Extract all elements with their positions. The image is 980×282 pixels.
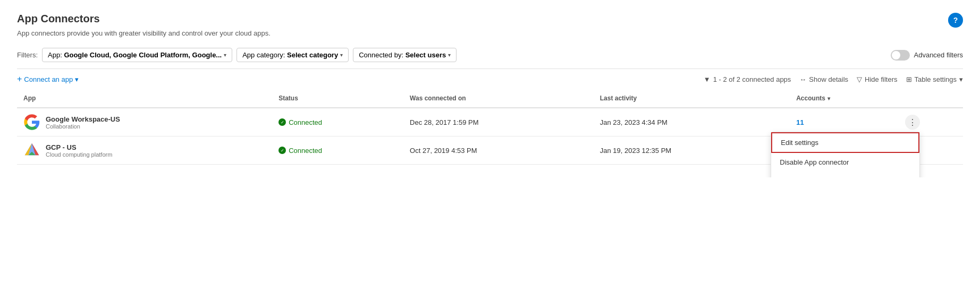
- status-dot-1: [278, 118, 286, 126]
- app-filter-label: App: Google Cloud, Google Cloud Platform…: [48, 51, 222, 59]
- toolbar-right: ▼ 1 - 2 of 2 connected apps ↔ Show detai…: [704, 75, 963, 83]
- connected-on-1: Dec 28, 2017 1:59 PM: [403, 108, 594, 136]
- toolbar-row: + Connect an app ▾ ▼ 1 - 2 of 2 connecte…: [17, 69, 963, 89]
- app-connectors-table: App Status Was connected on Last activit…: [17, 89, 963, 165]
- status-cell-2: Connected: [272, 136, 403, 165]
- app-filter-chevron-icon: ▾: [224, 52, 226, 58]
- context-menu-wrapper: ⋮ Edit settings Disable App connector Ed…: [905, 115, 920, 130]
- table-settings-chevron-icon: ▾: [959, 75, 963, 83]
- page-container: App Connectors App connectors provide yo…: [0, 0, 980, 177]
- filters-left: Filters: App: Google Cloud, Google Cloud…: [17, 48, 457, 62]
- connected-on-2: Oct 27, 2019 4:53 PM: [403, 136, 594, 165]
- count-label: ▼ 1 - 2 of 2 connected apps: [704, 75, 791, 83]
- status-cell-1: Connected: [272, 108, 403, 136]
- category-filter-label: App category: Select category: [242, 51, 338, 59]
- show-details-icon: ↔: [799, 75, 806, 83]
- context-menu-item-disable[interactable]: Disable App connector: [771, 153, 919, 172]
- context-menu-item-edit-instance[interactable]: Edit instance name: [771, 172, 919, 177]
- table-row: Google Workspace-US Collaboration Connec…: [17, 108, 963, 136]
- more-btn-1[interactable]: ⋮: [905, 115, 920, 130]
- google-workspace-icon: [23, 114, 40, 131]
- connect-btn-label: Connect an app: [24, 75, 73, 83]
- accounts-link-1[interactable]: 11: [796, 118, 804, 126]
- table-settings-icon: ⊞: [906, 75, 912, 83]
- page-subtitle: App connectors provide you with greater …: [17, 29, 271, 37]
- connect-app-button[interactable]: + Connect an app ▾: [17, 74, 79, 84]
- last-activity-2: Jan 19, 2023 12:35 PM: [594, 136, 790, 165]
- advanced-filters-label: Advanced filters: [914, 51, 964, 59]
- advanced-filters-toggle[interactable]: [891, 50, 910, 61]
- table-header-row: App Status Was connected on Last activit…: [17, 89, 963, 108]
- last-activity-1: Jan 23, 2023 4:34 PM: [594, 108, 790, 136]
- app-filter-value: Google Cloud, Google Cloud Platform, Goo…: [64, 51, 222, 59]
- status-label-1: Connected: [289, 118, 322, 126]
- col-last-activity: Last activity: [594, 89, 790, 108]
- col-status: Status: [272, 89, 403, 108]
- app-name-2: GCP - US: [46, 143, 112, 151]
- hide-filters-icon: ▽: [857, 75, 862, 83]
- col-accounts: Accounts ▾: [790, 89, 898, 108]
- category-filter-chevron-icon: ▾: [340, 52, 343, 58]
- table-settings-btn[interactable]: ⊞ Table settings ▾: [906, 75, 964, 83]
- actions-cell-1: ⋮ Edit settings Disable App connector Ed…: [899, 108, 963, 136]
- status-label-2: Connected: [289, 147, 322, 155]
- col-app: App: [17, 89, 272, 108]
- filters-row: Filters: App: Google Cloud, Google Cloud…: [17, 48, 963, 62]
- app-cell-2: GCP - US Cloud computing platform: [17, 136, 272, 165]
- plus-icon: +: [17, 74, 22, 84]
- col-actions: [899, 89, 963, 108]
- app-sub-2: Cloud computing platform: [46, 151, 112, 158]
- connected-by-filter-label: Connected by: Select users: [359, 51, 446, 59]
- category-filter-btn[interactable]: App category: Select category ▾: [236, 48, 349, 62]
- filters-label: Filters:: [17, 51, 38, 59]
- hide-filters-btn[interactable]: ▽ Hide filters: [857, 75, 897, 83]
- context-menu-item-edit-settings[interactable]: Edit settings: [771, 132, 919, 153]
- connect-btn-chevron-icon: ▾: [75, 75, 79, 83]
- col-connected-on: Was connected on: [403, 89, 594, 108]
- connected-by-chevron-icon: ▾: [448, 52, 451, 58]
- status-dot-2: [278, 147, 286, 154]
- filter-icon: ▼: [704, 75, 711, 83]
- show-details-btn[interactable]: ↔ Show details: [799, 75, 848, 83]
- help-icon: ?: [953, 16, 958, 24]
- app-cell-1: Google Workspace-US Collaboration: [17, 108, 272, 136]
- category-filter-value: Select category: [287, 51, 338, 59]
- page-title: App Connectors: [17, 13, 271, 25]
- gcp-icon: [23, 142, 40, 159]
- help-button[interactable]: ?: [948, 13, 963, 28]
- app-filter-btn[interactable]: App: Google Cloud, Google Cloud Platform…: [42, 48, 232, 62]
- connected-by-value: Select users: [405, 51, 446, 59]
- toggle-knob: [892, 51, 900, 59]
- app-name-1: Google Workspace-US: [46, 115, 120, 123]
- accounts-sort-icon: ▾: [827, 96, 830, 101]
- advanced-filters-row: Advanced filters: [891, 50, 964, 61]
- page-header: App Connectors App connectors provide yo…: [17, 13, 963, 48]
- app-sub-1: Collaboration: [46, 123, 120, 130]
- context-menu: Edit settings Disable App connector Edit…: [771, 132, 919, 177]
- connected-by-filter-btn[interactable]: Connected by: Select users ▾: [353, 48, 457, 62]
